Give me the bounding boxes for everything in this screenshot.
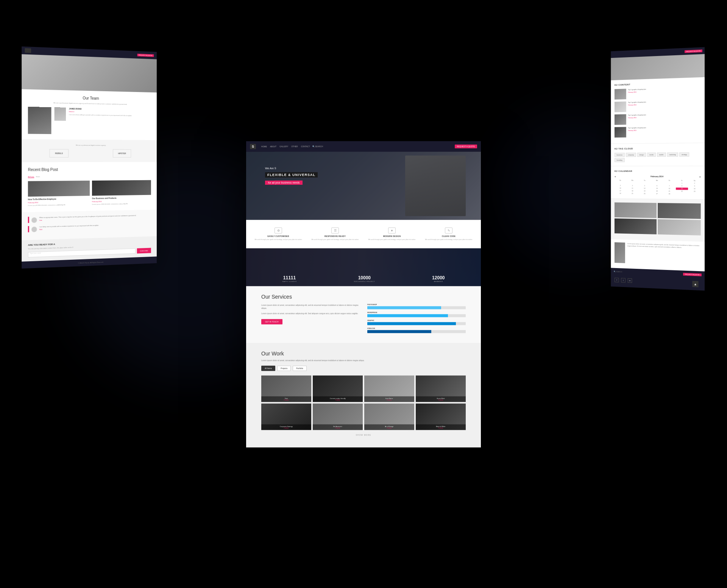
skill-track-3 bbox=[367, 322, 466, 325]
blog-thumb-2 bbox=[92, 180, 151, 196]
right-search[interactable]: 🔍 SEARCH bbox=[614, 270, 622, 273]
nav-about[interactable]: ABOUT bbox=[270, 145, 276, 147]
hero-section: We Are S FLEXIBLE & UNIVERSAL for all yo… bbox=[246, 151, 481, 220]
sidebar-recent-date-3: February 2014 bbox=[628, 117, 646, 119]
team-member: JAMES BOND Director I am more than willi… bbox=[28, 107, 151, 135]
sidebar-recent-date-4: February 2014 bbox=[628, 129, 646, 131]
tag-cloud: business company design media mobile mar… bbox=[615, 152, 701, 162]
portfolio-item-6[interactable]: Be Awesome Portfolio bbox=[313, 403, 363, 430]
blog-thumb-1 bbox=[28, 181, 90, 197]
show-more[interactable]: SHOW MORE bbox=[261, 430, 466, 440]
comment-avatar-2 bbox=[31, 226, 37, 232]
cal-next[interactable]: ▶ bbox=[700, 176, 701, 178]
tag-5[interactable]: mobile bbox=[657, 153, 666, 157]
cal-prev[interactable]: ◀ bbox=[615, 175, 616, 177]
hero-title-box: FLEXIBLE & UNIVERSAL bbox=[265, 172, 318, 177]
services-title: Our Services bbox=[261, 293, 466, 299]
left-nav-cta[interactable]: REQUEST A QUOTE bbox=[137, 53, 154, 57]
tag-7[interactable]: strategy bbox=[679, 152, 690, 156]
services-content: Lorem ipsum dolor sit amet, consectetur … bbox=[261, 303, 466, 335]
right-work-2[interactable] bbox=[657, 203, 700, 219]
nav-items: HOME ABOUT GALLERY OTHER CONTACT bbox=[261, 145, 310, 147]
feature-3: ♥ MODERN DESIGN We work through your goa… bbox=[364, 227, 420, 240]
sidebar-recent-1: Top 5 graphic shopping tips February 201… bbox=[615, 87, 701, 100]
right-work-grid bbox=[615, 203, 701, 236]
nav-gallery[interactable]: GALLERY bbox=[279, 145, 288, 147]
left-logo bbox=[25, 48, 31, 53]
skill-label-4: HTML/CSS bbox=[367, 327, 466, 329]
stat-number-2: 10000 bbox=[354, 275, 375, 280]
brand-logo-1: REBELS bbox=[49, 149, 69, 158]
comment-1: What an appropriate name. This is just a… bbox=[28, 214, 151, 223]
right-work-1[interactable] bbox=[615, 203, 657, 218]
portfolio-item-2[interactable]: Content creator friendly Portfolio bbox=[313, 375, 363, 402]
stat-2: 10000 SUCCESSFUL PROJECT bbox=[354, 275, 375, 282]
portfolio-label-4: Home Work Portfolio bbox=[416, 396, 466, 402]
portfolio-tabs[interactable]: All Items Projects Portfolio bbox=[261, 365, 466, 371]
nav-search[interactable]: 🔍 SEARCH bbox=[312, 145, 323, 147]
tag-4[interactable]: media bbox=[647, 153, 656, 157]
nav-home[interactable]: HOME bbox=[261, 145, 267, 147]
services-section: Our Services Lorem ipsum dolor sit amet,… bbox=[246, 286, 481, 343]
brand-logo-2: HIPSTER bbox=[113, 149, 131, 158]
scroll-top-btn[interactable]: ▲ bbox=[692, 281, 698, 287]
portfolio-item-1[interactable]: Time Portfolio bbox=[261, 375, 311, 402]
get-in-touch-btn[interactable]: GET IN TOUCH bbox=[261, 319, 282, 324]
tag-3[interactable]: design bbox=[637, 153, 646, 157]
portfolio-item-4[interactable]: Home Work Portfolio bbox=[416, 375, 466, 402]
stat-label-3: MEMBERS bbox=[432, 280, 445, 282]
portfolio-tab-projects[interactable]: Projects bbox=[277, 365, 291, 371]
sidebar-content-widget: K2 CONTENT Top 5 graphic shopping tips F… bbox=[611, 77, 705, 144]
right-work-section bbox=[611, 199, 705, 242]
tag-1[interactable]: business bbox=[615, 153, 625, 157]
right-work-4[interactable] bbox=[657, 219, 700, 236]
sidebar-thumb-4 bbox=[615, 127, 626, 137]
team-desc: We are a professional digital services a… bbox=[28, 101, 151, 106]
sidebar-recent-3: Top 5 graphic shopping tips February 201… bbox=[615, 113, 701, 125]
portfolio-tab-portfolio[interactable]: Portfolio bbox=[293, 365, 306, 371]
newsletter-row: Type your email SUBSCRIBE bbox=[28, 248, 151, 257]
right-bottom-cta[interactable]: REQUEST A QUOTE bbox=[683, 273, 702, 276]
tag-8[interactable]: branding bbox=[615, 158, 625, 162]
portfolio-tab-all[interactable]: All Items bbox=[261, 365, 275, 371]
portfolio-item-5[interactable]: Corporate Strategy Portfolio bbox=[261, 403, 311, 430]
blog-grid: How To Be Effective Employee February 20… bbox=[28, 180, 151, 207]
nav-bar: S HOME ABOUT GALLERY OTHER CONTACT 🔍 SEA… bbox=[246, 141, 481, 151]
tag-6[interactable]: marketing bbox=[667, 153, 678, 157]
team-role: Director bbox=[69, 111, 132, 114]
nav-cta[interactable]: REQUEST A QUOTE bbox=[455, 144, 477, 148]
nav-other[interactable]: OTHER bbox=[291, 145, 298, 147]
skill-track-4 bbox=[367, 330, 466, 333]
blog-tab-all[interactable]: All Posts bbox=[28, 176, 34, 178]
tag-2[interactable]: company bbox=[626, 153, 636, 157]
skill-track-2 bbox=[367, 314, 466, 317]
right-nav-cta[interactable]: REQUEST A QUOTE bbox=[685, 49, 702, 53]
skill-fill-1 bbox=[367, 306, 441, 309]
linkedin-icon[interactable]: in bbox=[628, 278, 632, 283]
blog-tab-news[interactable]: News bbox=[36, 176, 40, 178]
hero-content: We Are S FLEXIBLE & UNIVERSAL for all yo… bbox=[265, 167, 318, 185]
brands-section: We are a professional digital services a… bbox=[22, 139, 157, 162]
facebook-icon[interactable]: f bbox=[615, 278, 619, 282]
portfolio-item-8[interactable]: Black & White Portfolio bbox=[416, 403, 466, 430]
left-footer-text: © 2014 S Theme. All Rights Reserved. bbox=[78, 261, 104, 264]
portfolio-item-3[interactable]: Item Name Portfolio bbox=[364, 375, 414, 402]
feature-desc-3: We work through your goals and strategy,… bbox=[365, 238, 418, 240]
right-work-3[interactable] bbox=[615, 218, 657, 234]
team-title: Our Team bbox=[28, 95, 151, 101]
portfolio-item-7[interactable]: Art of Design Portfolio bbox=[364, 403, 414, 430]
portfolio-label-6: Be Awesome Portfolio bbox=[313, 424, 363, 430]
left-hero-image bbox=[22, 54, 157, 92]
twitter-icon[interactable]: t bbox=[621, 278, 626, 282]
nav-logo: S bbox=[250, 143, 256, 149]
blog-tabs[interactable]: All Posts News bbox=[28, 175, 151, 178]
feature-title-2: RESPONSIVE READY bbox=[309, 235, 362, 237]
newsletter-btn[interactable]: SUBSCRIBE bbox=[137, 248, 151, 254]
sidebar-recent-text-4: Top 5 graphic shopping tips bbox=[628, 126, 646, 129]
nav-contact[interactable]: CONTACT bbox=[301, 145, 310, 147]
feature-icon-4: ✎ bbox=[445, 227, 452, 233]
skill-label-3: GRAPHIC bbox=[367, 319, 466, 321]
newsletter-input[interactable]: Type your email bbox=[28, 248, 136, 257]
sidebar-recent-text-3: Top 5 graphic shopping tips bbox=[628, 114, 646, 117]
portfolio-label-7: Art of Design Portfolio bbox=[364, 424, 414, 430]
